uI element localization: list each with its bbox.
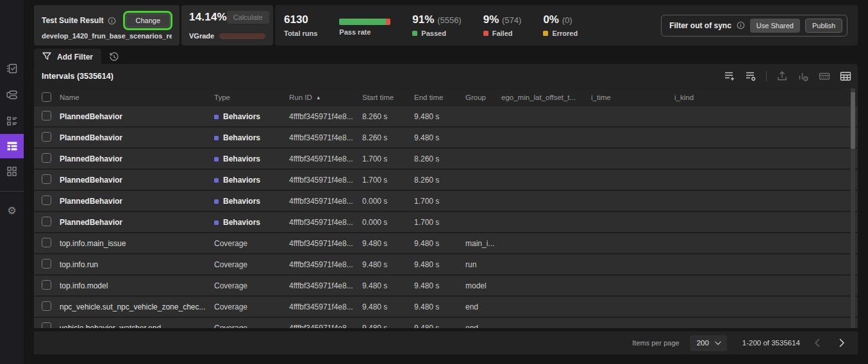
type-label: Behaviors [223,133,260,142]
total-runs-value: 6130 [284,13,317,26]
sidebar-item-apps[interactable] [0,158,24,185]
passed-label: Passed [421,29,446,37]
table-row[interactable]: PlannedBehaviorBehaviors4fffbf345971f4e8… [34,191,858,212]
type-color-icon [214,157,219,161]
publish-button[interactable]: Publish [805,19,842,33]
cell-run-id: 4fffbf345971f4e8... [289,154,362,163]
column-header-start-time[interactable]: Start time [362,94,414,101]
previous-page-button[interactable] [814,338,820,347]
sidebar-item-checklist[interactable] [0,108,24,134]
column-header-run-id[interactable]: Run ID▲ [289,94,362,101]
type-label: Behaviors [223,112,260,121]
pass-rate-label: Pass rate [339,28,390,36]
cell-end-time: 9.480 s [414,302,465,311]
table-row[interactable]: vehicle.behavior_watcher.endCoverage4fff… [34,318,858,328]
info-icon[interactable] [737,21,745,29]
row-checkbox[interactable] [42,195,51,205]
change-button[interactable]: Change [126,13,170,28]
info-icon[interactable] [108,17,116,25]
row-checkbox[interactable] [42,132,51,142]
cell-type: Behaviors [214,112,289,121]
failed-count: (574) [502,15,521,25]
failed-chip-icon [483,31,488,36]
sidebar-item-scenario-flow[interactable] [0,81,24,108]
stat-errored: 0% (0) Errored [543,13,578,37]
vgrade-value: 14.14% [189,11,227,24]
column-header-i-kind[interactable]: i_kind [674,94,858,101]
vertical-scrollbar[interactable] [851,88,855,328]
cell-run-id: 4fffbf345971f4e8... [289,281,362,290]
cell-start-time: 9.480 s [362,281,414,290]
add-rows-icon[interactable] [724,70,735,82]
add-filter-button[interactable]: Add Filter [34,49,101,65]
pass-rate-bar [339,19,390,25]
cell-end-time: 9.480 s [414,112,465,121]
table-row[interactable]: PlannedBehaviorBehaviors4fffbf345971f4e8… [34,128,858,149]
cell-start-time: 8.260 s [362,112,414,121]
cell-run-id: 4fffbf345971f4e8... [289,112,362,121]
table-row[interactable]: npc_vehicle.sut_npc_vehicle_zone_chec...… [34,297,858,318]
next-page-button[interactable] [839,338,845,347]
column-header-type[interactable]: Type [214,94,289,101]
cell-name: npc_vehicle.sut_npc_vehicle_zone_chec... [60,302,214,311]
column-header-i-time[interactable]: i_time [591,94,674,101]
filter-history-icon[interactable] [109,52,119,62]
table-row[interactable]: PlannedBehaviorBehaviors4fffbf345971f4e8… [34,212,858,233]
cell-type: Coverage [214,324,289,329]
table-density-icon[interactable] [819,70,830,82]
sidebar-item-settings[interactable]: ⚙ [0,197,24,224]
sidebar-item-test-report[interactable] [0,55,24,81]
row-checkbox[interactable] [42,280,51,290]
sidebar-item-intervals[interactable] [0,134,24,158]
row-checkbox[interactable] [42,111,51,120]
column-header-name[interactable]: Name [60,94,214,101]
page-size-select[interactable]: 200 [690,335,727,351]
row-checkbox[interactable] [42,217,51,226]
sort-asc-icon: ▲ [316,95,321,101]
type-label: Coverage [214,260,247,269]
chart-view-icon[interactable] [797,70,809,82]
errored-chip-icon [543,31,548,36]
use-shared-button[interactable]: Use Shared [750,19,800,33]
row-checkbox[interactable] [42,301,51,311]
cell-name: PlannedBehavior [60,133,214,142]
table-row[interactable]: PlannedBehaviorBehaviors4fffbf345971f4e8… [34,149,858,170]
cell-run-id: 4fffbf345971f4e8... [289,197,362,206]
pagination-bar: Items per page 200 1-200 of 3535614 [34,331,858,354]
table-row[interactable]: top.info.modelCoverage4fffbf345971f4e8..… [34,276,858,297]
sidebar-divider [0,191,24,192]
table-row[interactable]: PlannedBehaviorBehaviors4fffbf345971f4e8… [34,106,858,128]
test-suite-name: develop_1420_frun_base_scenarios_re... [42,32,172,40]
table-row[interactable]: PlannedBehaviorBehaviors4fffbf345971f4e8… [34,170,858,191]
chevron-down-icon [715,339,721,347]
filter-row: Add Filter [34,49,119,65]
passed-chip-icon [412,31,417,36]
row-settings-icon[interactable] [745,70,756,82]
table-grid-icon[interactable] [840,70,851,82]
row-checkbox[interactable] [42,322,51,329]
table-row[interactable]: top.info.main_issueCoverage4fffbf345971f… [34,233,858,254]
row-checkbox[interactable] [42,259,51,269]
apps-grid-icon [6,166,17,177]
cell-end-time: 9.480 s [414,133,465,142]
page-size-value: 200 [697,339,709,347]
cell-type: Behaviors [214,133,289,142]
errored-label: Errored [552,29,578,37]
column-header-group[interactable]: Group [465,94,501,101]
row-checkbox[interactable] [42,174,51,184]
cell-name: PlannedBehavior [60,197,214,206]
export-icon[interactable] [776,70,788,82]
cell-start-time: 0.000 s [362,197,414,206]
calculate-button[interactable]: Calculate [227,11,269,24]
table-row[interactable]: top.info.runCoverage4fffbf345971f4e8...9… [34,254,858,276]
cell-group: end [465,324,501,329]
row-checkbox[interactable] [42,153,51,163]
cell-end-time: 9.480 s [414,281,465,290]
vertical-scrollbar-thumb[interactable] [851,92,855,149]
column-header-ego[interactable]: ego_min_lat_offset_t... [501,94,591,101]
column-header-end-time[interactable]: End time [414,94,465,101]
cell-end-time: 9.480 s [414,260,465,269]
row-checkbox[interactable] [42,238,51,247]
select-all-checkbox[interactable] [42,92,51,102]
type-label: Behaviors [223,154,260,163]
